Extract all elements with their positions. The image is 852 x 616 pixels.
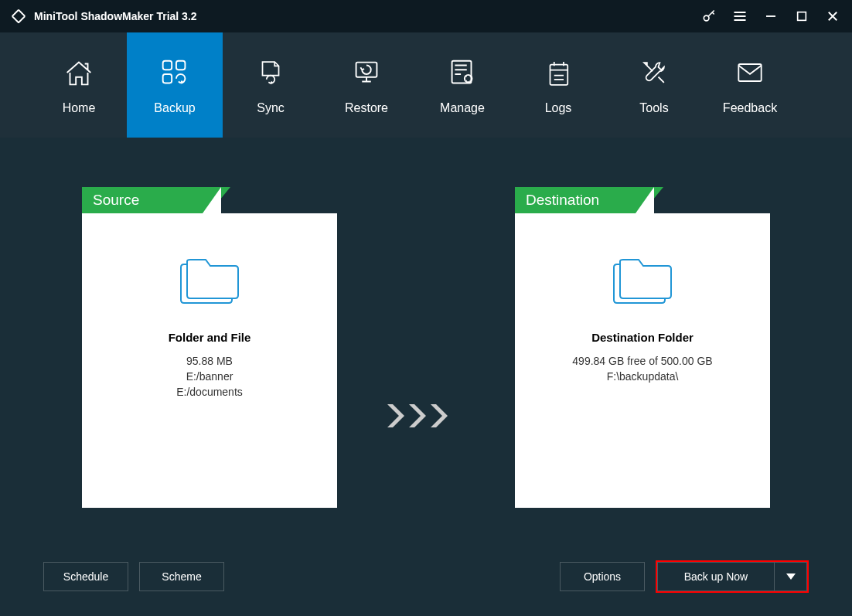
backup-dropdown-button[interactable] bbox=[775, 562, 807, 591]
nav-backup[interactable]: Backup bbox=[127, 32, 223, 138]
sync-icon bbox=[254, 55, 287, 90]
manage-icon bbox=[445, 55, 480, 90]
svg-rect-1 bbox=[798, 12, 806, 21]
menu-icon[interactable] bbox=[730, 6, 750, 26]
minimize-icon[interactable] bbox=[761, 6, 781, 26]
logs-icon bbox=[542, 55, 574, 90]
nav-feedback[interactable]: Feedback bbox=[702, 32, 798, 138]
backup-now-button[interactable]: Back up Now bbox=[657, 562, 775, 591]
content-area: Source Folder and File 95.88 MB E:/banne… bbox=[0, 138, 852, 616]
source-path-2: E:/documents bbox=[82, 386, 337, 398]
folder-icon bbox=[82, 257, 337, 308]
app-logo-icon bbox=[9, 7, 28, 26]
nav-label: Backup bbox=[154, 101, 195, 115]
source-panel[interactable]: Source Folder and File 95.88 MB E:/banne… bbox=[82, 187, 337, 508]
nav-label: Tools bbox=[639, 101, 668, 115]
nav-manage[interactable]: Manage bbox=[414, 32, 510, 138]
destination-title: Destination Folder bbox=[515, 331, 770, 344]
maximize-icon[interactable] bbox=[792, 6, 812, 26]
svg-rect-2 bbox=[163, 61, 172, 70]
backup-icon bbox=[157, 55, 193, 90]
arrow-icon bbox=[383, 400, 469, 431]
restore-icon bbox=[349, 55, 384, 90]
nav-sync[interactable]: Sync bbox=[223, 32, 319, 138]
home-icon bbox=[61, 55, 97, 90]
svg-rect-4 bbox=[163, 74, 172, 83]
svg-rect-3 bbox=[176, 61, 186, 70]
feedback-icon bbox=[733, 55, 767, 90]
nav-home[interactable]: Home bbox=[31, 32, 127, 138]
app-title: MiniTool ShadowMaker Trial 3.2 bbox=[34, 10, 197, 22]
main-nav: Home Backup Sync bbox=[0, 32, 852, 138]
destination-path: F:\backupdata\ bbox=[515, 370, 770, 383]
nav-label: Feedback bbox=[723, 101, 777, 115]
source-path-1: E:/banner bbox=[82, 370, 337, 383]
footer-bar: Schedule Scheme Options Back up Now bbox=[43, 560, 809, 593]
destination-free: 499.84 GB free of 500.00 GB bbox=[515, 355, 770, 367]
titlebar: MiniTool ShadowMaker Trial 3.2 bbox=[0, 0, 852, 32]
destination-header: Destination bbox=[515, 187, 642, 213]
close-icon[interactable] bbox=[823, 6, 843, 26]
nav-logs[interactable]: Logs bbox=[510, 32, 606, 138]
source-header: Source bbox=[82, 187, 209, 213]
backup-now-group: Back up Now bbox=[656, 560, 809, 593]
source-title: Folder and File bbox=[82, 331, 337, 344]
nav-label: Logs bbox=[545, 101, 572, 115]
key-icon[interactable] bbox=[699, 6, 719, 26]
svg-rect-9 bbox=[738, 64, 761, 81]
schedule-button[interactable]: Schedule bbox=[43, 562, 128, 591]
nav-tools[interactable]: Tools bbox=[606, 32, 702, 138]
nav-label: Sync bbox=[257, 101, 285, 115]
destination-panel[interactable]: Destination Destination Folder 499.84 GB… bbox=[515, 187, 770, 508]
svg-point-0 bbox=[704, 15, 709, 21]
svg-rect-6 bbox=[452, 61, 472, 83]
source-size: 95.88 MB bbox=[82, 355, 337, 367]
nav-restore[interactable]: Restore bbox=[319, 32, 414, 138]
nav-label: Restore bbox=[345, 101, 388, 115]
scheme-button[interactable]: Scheme bbox=[139, 562, 224, 591]
nav-label: Home bbox=[63, 101, 96, 115]
folder-icon bbox=[515, 257, 770, 308]
tools-icon bbox=[637, 55, 671, 90]
nav-label: Manage bbox=[440, 101, 485, 115]
options-button[interactable]: Options bbox=[560, 562, 645, 591]
